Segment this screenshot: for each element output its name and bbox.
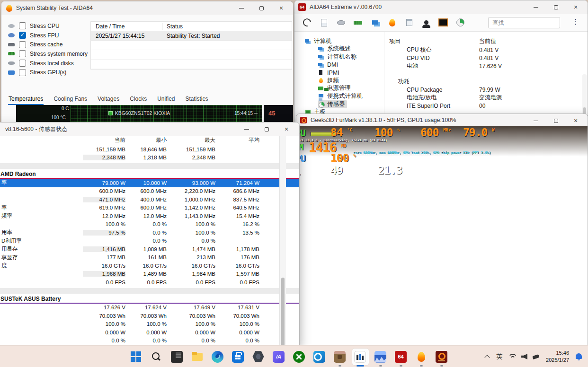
minimize-button[interactable] — [526, 0, 546, 14]
furmark-titlebar[interactable]: Geeks3D FurMark v1.38.1.0 - 50FPS, GPU1 … — [296, 114, 588, 126]
sensor-row[interactable]: 率 79.000 W 10.000 W 93.000 W 71.204 W — [0, 179, 299, 187]
search-button[interactable] — [146, 346, 167, 367]
checkbox[interactable] — [19, 41, 26, 48]
audit-icon[interactable] — [418, 16, 435, 30]
sensor-row[interactable]: 0.0 FPS 0.0 FPS 0.0 FPS 0.0 FPS — [0, 278, 299, 287]
start-button[interactable] — [126, 346, 146, 367]
pen-icon[interactable] — [531, 346, 542, 367]
report-icon[interactable] — [315, 16, 332, 30]
sensor-row[interactable]: 1,968 MB 1,489 MB 1,984 MB 1,597 MB — [0, 270, 299, 279]
wifi-icon[interactable] — [506, 346, 518, 367]
sensor-row[interactable]: 100.0 % 0.0 % 100.0 % 16.2 % — [0, 220, 299, 229]
checkbox[interactable] — [19, 32, 26, 39]
tab-cooling-fans[interactable]: Cooling Fans — [53, 94, 88, 105]
maximize-button[interactable] — [251, 1, 271, 15]
close-button[interactable]: × — [566, 0, 586, 14]
checkbox[interactable] — [19, 22, 26, 29]
tab-unified[interactable]: Unified — [157, 94, 175, 105]
memory-icon[interactable] — [349, 16, 366, 30]
maximize-button[interactable] — [546, 114, 566, 127]
sensor-row[interactable]: 电池 17.626 V — [384, 62, 588, 70]
sensor-row[interactable]: 0.000 W 0.000 W 0.000 W 0.000 W — [0, 328, 299, 337]
sensor-row[interactable]: 471.0 MHz 400.0 MHz 1,000.0 MHz 837.5 MH… — [0, 195, 299, 204]
dark-app-icon[interactable] — [167, 346, 187, 367]
maximize-button[interactable] — [546, 0, 566, 14]
stability-test-icon[interactable] — [411, 346, 431, 367]
stress-cache-checkbox[interactable]: Stress cache — [8, 40, 88, 49]
sensor-row[interactable]: 17.626 V 17.624 V 17.649 V 17.631 V — [0, 304, 299, 312]
furmark-icon[interactable] — [431, 346, 452, 367]
stress-memory-checkbox[interactable]: Stress system memory — [8, 49, 88, 59]
osd-icon[interactable] — [435, 16, 452, 30]
sensor-row[interactable]: 100.0 % 100.0 % 100.0 % 100.0 % — [0, 320, 299, 329]
aida64-titlebar[interactable]: 64 AIDA64 Extreme v7.00.6700 × — [294, 0, 588, 14]
tray-overflow-chevron-icon[interactable] — [481, 346, 493, 367]
tab-clocks[interactable]: Clocks — [129, 94, 147, 105]
sensor-row[interactable]: 用显存 1,416 MB 1,089 MB 1,474 MB 1,178 MB — [0, 245, 299, 253]
myasus-icon[interactable]: /A — [268, 346, 289, 367]
overflow-menu-icon[interactable]: ⋮ — [572, 17, 579, 26]
hwinfo-titlebar[interactable]: v8.16-5600 - 传感器状态 × — [0, 122, 299, 136]
tree-item-portable-computer[interactable]: 便携式计算机 — [294, 92, 384, 100]
sensor-row[interactable]: 率 619.0 MHz 600.0 MHz 1,142.0 MHz 640.5 … — [0, 204, 299, 212]
refresh-icon[interactable] — [298, 16, 315, 30]
display-icon[interactable] — [366, 16, 383, 30]
sensor-row[interactable]: CPU 核心 0.481 V — [384, 46, 588, 54]
stress-gpu-checkbox[interactable]: Stress GPU(s) — [8, 68, 88, 77]
checkbox[interactable] — [19, 60, 26, 67]
file-explorer-icon[interactable] — [187, 346, 207, 367]
search-input[interactable] — [488, 17, 560, 28]
tab-temperatures[interactable]: Temperatures — [8, 94, 44, 105]
close-button[interactable]: × — [566, 114, 586, 127]
notification-bell-icon[interactable] — [574, 346, 584, 367]
tab-voltages[interactable]: Voltages — [97, 94, 120, 105]
tree-item-sensor[interactable]: 传感器 — [294, 100, 384, 108]
clock[interactable]: 15:46 2025/1/27 — [546, 350, 569, 364]
edge-icon[interactable] — [207, 346, 228, 367]
sensor-row[interactable] — [0, 288, 299, 294]
xbox-icon[interactable] — [289, 346, 309, 367]
hwinfo-icon[interactable] — [350, 346, 370, 367]
minimize-button[interactable] — [232, 1, 251, 15]
tree-item-computer-name[interactable]: 计算机名称 — [294, 53, 384, 61]
outlook-icon[interactable] — [309, 346, 330, 367]
sensor-row[interactable]: 用率 97.5 % 0.0 % 100.0 % 13.5 % — [0, 228, 299, 237]
hwinfo-scrollbar[interactable] — [279, 136, 286, 345]
sensor-row[interactable]: 度 16.0 GT/s 16.0 GT/s 16.0 GT/s 16.0 GT/… — [0, 262, 299, 270]
sensor-row[interactable]: 151,159 MB 18,646 MB 151,159 MB — [0, 145, 299, 154]
stress-cpu-checkbox[interactable]: Stress CPU — [8, 21, 88, 31]
benchmark-icon[interactable] — [401, 16, 418, 30]
hex-utility-icon[interactable] — [248, 346, 268, 367]
tab-statistics[interactable]: Statistics — [185, 94, 209, 105]
microsoft-store-icon[interactable] — [228, 346, 248, 367]
sensor-row[interactable]: SUSTeK ASUS Battery — [0, 295, 299, 304]
ime-indicator[interactable]: 英 — [493, 352, 506, 361]
sensor-icon[interactable] — [452, 16, 469, 30]
tree-item-overclock[interactable]: 超频 — [294, 77, 384, 85]
stress-disks-checkbox[interactable]: Stress local disks — [8, 59, 88, 68]
sensor-row[interactable]: 电池充/放电 交流电源 — [384, 94, 588, 102]
minimize-button[interactable] — [526, 114, 546, 127]
sensor-row[interactable]: 70.003 Wh 70.003 Wh 70.003 Wh 70.003 Wh — [0, 312, 299, 320]
checkbox[interactable] — [19, 69, 26, 76]
game-app-icon[interactable] — [330, 346, 350, 367]
tree-item-power-management[interactable]: 电源管理 — [294, 85, 384, 93]
sensor-row[interactable]: 享显存 177 MB 161 MB 213 MB 176 MB — [0, 253, 299, 262]
tree-item-computer[interactable]: 计算机 — [294, 37, 384, 45]
sensor-row[interactable] — [0, 163, 299, 169]
stress-fpu-checkbox[interactable]: Stress FPU — [8, 31, 88, 40]
stress-test-icon[interactable] — [383, 16, 401, 30]
sensor-row[interactable]: 600.0 MHz 600.0 MHz 2,220.0 MHz 686.6 MH… — [0, 187, 299, 196]
aida64-icon[interactable]: 64 — [391, 346, 411, 367]
sensor-row[interactable]: 频率 12.0 MHz 12.0 MHz 1,143.0 MHz 15.4 MH… — [0, 212, 299, 220]
close-button[interactable]: × — [271, 1, 291, 15]
sensor-row[interactable]: 2,348 MB 1,318 MB 2,348 MB — [0, 154, 299, 162]
close-button[interactable]: × — [276, 122, 296, 136]
log-row[interactable]: 2025/1/27 15:44:15 Stability Test: Start… — [91, 31, 292, 41]
sensor-row[interactable] — [384, 70, 588, 78]
tree-item-system-summary[interactable]: 系统概述 — [294, 45, 384, 53]
cpu-icon[interactable] — [332, 16, 349, 30]
sensor-row[interactable]: 0.0 % 0.0 % 0.0 % 0.0 % — [0, 337, 299, 345]
tree-item-dmi[interactable]: DMI — [294, 61, 384, 69]
tree-item-ipmi[interactable]: IPMI — [294, 69, 384, 77]
